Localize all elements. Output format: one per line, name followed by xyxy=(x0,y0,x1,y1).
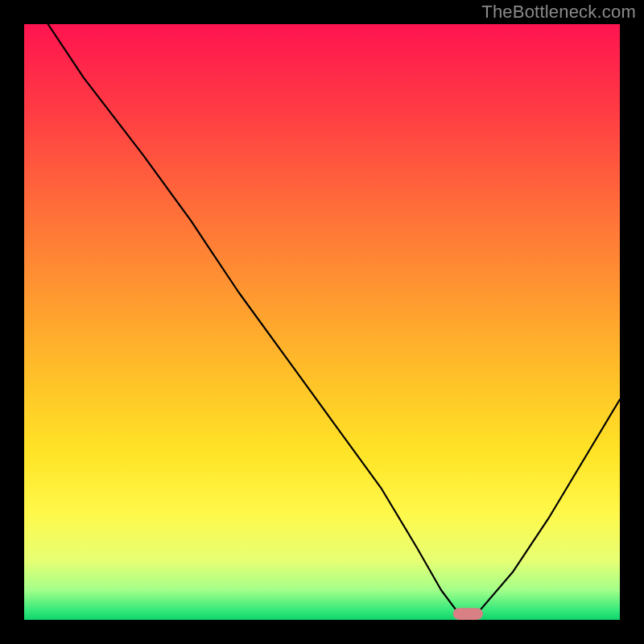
chart-svg xyxy=(24,24,620,620)
plot-area xyxy=(24,24,620,620)
chart-frame: TheBottleneck.com xyxy=(0,0,644,644)
gradient-rect xyxy=(24,24,620,620)
optimal-marker xyxy=(453,608,483,620)
watermark-text: TheBottleneck.com xyxy=(481,2,636,23)
